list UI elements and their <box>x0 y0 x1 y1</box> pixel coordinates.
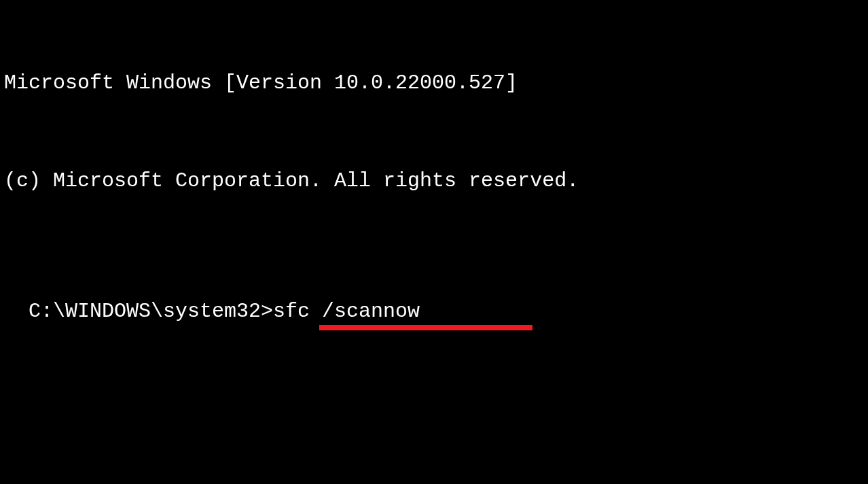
prompt-line: C:\WINDOWS\system32>sfc /scannow <box>29 295 420 328</box>
copyright-line: (c) Microsoft Corporation. All rights re… <box>4 165 864 197</box>
command-input[interactable]: sfc /scannow <box>273 300 420 323</box>
terminal-output[interactable]: Microsoft Windows [Version 10.0.22000.52… <box>4 1 864 328</box>
prompt-path: C:\WINDOWS\system32> <box>29 300 273 323</box>
underline-annotation-icon <box>319 325 532 330</box>
version-line: Microsoft Windows [Version 10.0.22000.52… <box>4 67 864 99</box>
